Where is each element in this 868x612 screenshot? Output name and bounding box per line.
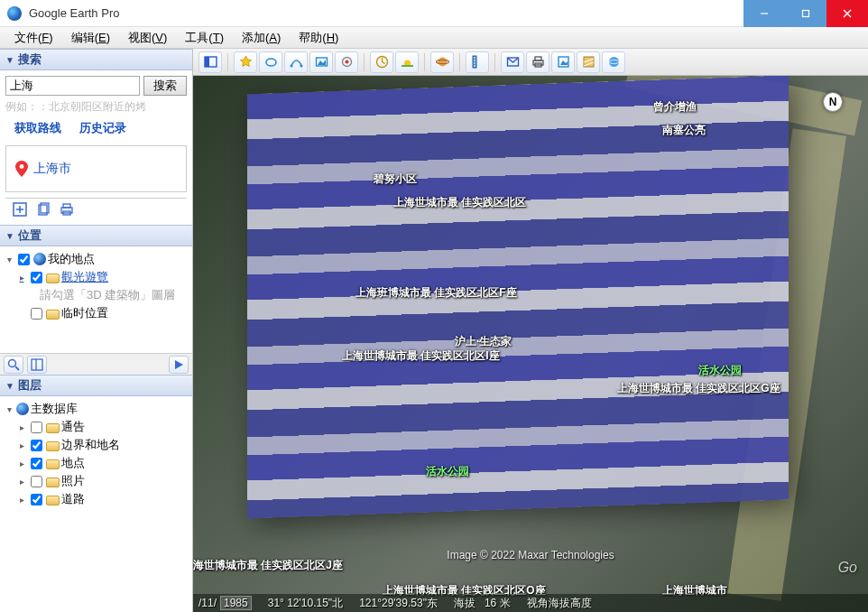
sightseeing-node[interactable]: ▸ 觀光遊覽 [2,268,190,286]
sightseeing-label: 觀光遊覽 [61,269,108,285]
timeline-control[interactable]: /11/1985 [199,596,252,610]
layers-panel-header[interactable]: ▼ 图层 [0,375,192,396]
layer-item-3[interactable]: ▸照片 [2,472,190,490]
map-place-label[interactable]: 上海世博城市最 佳实践区北区G座 [617,381,780,396]
layer-checkbox[interactable] [31,440,42,451]
copy-search-icon[interactable] [36,202,51,217]
sphere-button[interactable] [602,51,625,73]
menu-编辑[interactable]: 编辑(E) [62,30,119,46]
map-place-label[interactable]: 海世博城市最 佳实践区北区J座 [193,558,343,573]
map-place-label[interactable]: 上海班博城市最 佳实践区北区F座 [356,285,517,301]
save-search-icon[interactable] [13,202,27,217]
record-tour-icon [340,55,354,69]
layer-checkbox[interactable] [31,476,42,487]
main-area: 曾介增渔南塞公亮碧努小区上海世城市最 佳实践区北区上海班博城市最 佳实践区北区F… [193,49,868,612]
my-places-node[interactable]: ▾ 我的地点 [2,250,190,268]
expand-icon[interactable]: ▸ [16,273,27,283]
close-button[interactable] [826,0,868,27]
map-place-label[interactable]: 活水公园 [698,363,742,378]
expand-icon[interactable]: ▸ [16,440,27,450]
image-overlay-button[interactable] [309,51,333,73]
historical-imagery-button[interactable] [370,51,393,73]
svg-point-19 [290,65,292,68]
menu-文件[interactable]: 文件(F) [5,30,62,46]
collapse-icon[interactable]: ▾ [4,255,14,264]
my-places-checkbox[interactable] [18,254,30,265]
search-button[interactable]: 搜索 [143,76,187,96]
primary-db-node[interactable]: ▾ 主数据库 [2,400,190,418]
map-place-label[interactable]: 南塞公亮 [662,123,706,138]
menu-添加[interactable]: 添加(A) [233,30,290,46]
search-input[interactable] [5,76,140,96]
expand-icon[interactable]: ▸ [16,459,27,468]
menu-帮助[interactable]: 帮助(H) [290,30,347,46]
map-place-label[interactable]: 曾介增渔 [653,99,697,115]
tab-history[interactable]: 历史记录 [79,120,126,136]
toolbar-separator [459,53,460,71]
globe-icon [33,253,46,265]
expand-icon[interactable]: ▸ [16,495,27,505]
status-bar: /11/1985 31° 12'10.15"北 121°29'39.53"东 海… [193,594,868,612]
svg-marker-22 [318,60,326,65]
record-tour-button[interactable] [335,51,358,73]
toolbar-separator [494,53,495,71]
places-panel-header[interactable]: ▼ 位置 [0,225,192,246]
map-place-label[interactable]: 上海世城市最 佳实践区北区 [393,195,526,210]
layer-item-0[interactable]: ▸通告 [2,418,190,436]
menu-工具[interactable]: 工具(T) [176,30,233,46]
compass-icon[interactable]: N [823,92,843,112]
collapse-icon[interactable]: ▾ [4,404,14,414]
temp-places-node[interactable]: 临时位置 [2,304,190,322]
placemark-button[interactable] [234,51,257,73]
expand-icon[interactable]: ▸ [16,477,27,487]
minimize-button[interactable] [743,0,785,27]
places-tree: ▾ 我的地点 ▸ 觀光遊覽 請勾選「3D 建築物」圖層 临时位置 [0,246,192,353]
layer-checkbox[interactable] [31,458,42,469]
my-places-label: 我的地点 [48,251,95,267]
ruler-button[interactable] [466,51,489,73]
play-tour-button[interactable] [169,356,189,374]
sunlight-button[interactable] [395,51,419,73]
panel-tool-button[interactable] [27,356,47,374]
svg-point-20 [300,65,302,68]
primary-db-label: 主数据库 [31,401,78,417]
panel-toggle-button[interactable] [199,51,222,73]
layer-checkbox[interactable] [31,494,42,505]
map-place-label[interactable]: 上海世博城市最 佳实践区北区I座 [342,348,500,364]
timeline-year: 1985 [220,596,252,610]
menu-视图[interactable]: 视图(V) [119,30,176,46]
collapse-icon: ▼ [5,231,14,241]
print-search-icon[interactable] [60,202,74,217]
tab-get-route[interactable]: 获取路线 [14,120,61,136]
find-tool-button[interactable] [4,356,23,374]
search-result[interactable]: 上海市 [5,145,187,192]
map-place-label[interactable]: 沪上·生态家 [455,334,512,349]
ruler-icon [471,55,485,69]
map-place-label[interactable]: 碧努小区 [374,172,417,187]
sightseeing-checkbox[interactable] [31,272,42,283]
planet-button[interactable] [430,51,454,73]
save-image-button[interactable] [551,51,575,73]
layer-checkbox[interactable] [31,422,42,433]
places-tools [0,353,192,375]
temp-label: 临时位置 [61,305,108,321]
expand-icon[interactable]: ▸ [16,422,27,432]
search-panel-header[interactable]: ▼ 搜索 [0,49,192,70]
layers-tree: ▾ 主数据库 ▸通告▸边界和地名▸地点▸照片▸道路 [0,396,192,612]
layer-item-1[interactable]: ▸边界和地名 [2,436,190,454]
layer-item-4[interactable]: ▸道路 [2,490,190,508]
sightseeing-hint: 請勾選「3D 建築物」圖層 [2,286,190,304]
email-button[interactable] [501,51,524,73]
print-button[interactable] [526,51,549,73]
svg-point-11 [9,359,16,366]
path-button[interactable] [284,51,308,73]
maximize-button[interactable] [785,0,826,27]
layer-item-2[interactable]: ▸地点 [2,454,190,472]
svg-rect-17 [205,57,209,67]
polygon-button[interactable] [259,51,282,73]
main-toolbar [193,49,868,76]
view-in-maps-button[interactable] [577,51,600,73]
map-viewport[interactable]: 曾介增渔南塞公亮碧努小区上海世城市最 佳实践区北区上海班博城市最 佳实践区北区F… [193,76,868,612]
map-place-label[interactable]: 活水公园 [426,464,469,479]
temp-checkbox[interactable] [31,308,42,320]
